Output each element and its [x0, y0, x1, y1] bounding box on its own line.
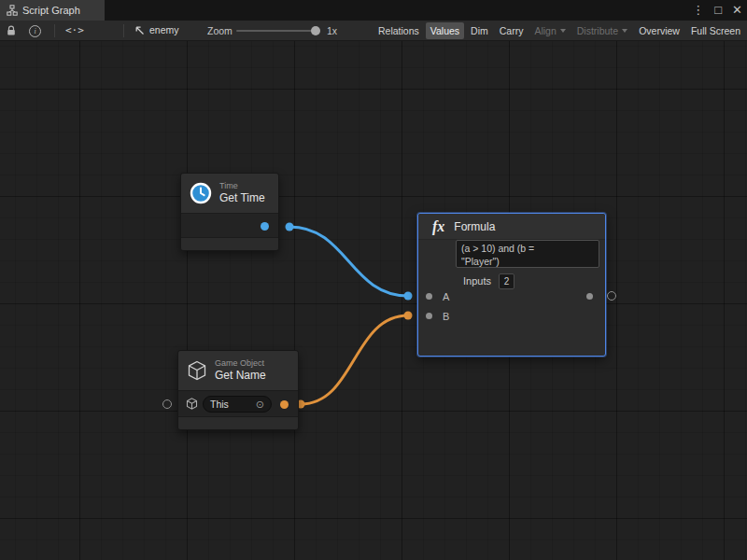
button-label: Align — [534, 25, 556, 36]
graph-name-label: enemy — [149, 24, 179, 35]
distribute-button[interactable]: Distribute — [572, 22, 632, 39]
zoom-label: Zoom — [207, 25, 233, 36]
output-port-time[interactable] — [261, 222, 269, 231]
node-formula[interactable]: fx Formula (a > 10) and (b = "Player") I… — [417, 213, 606, 357]
window-titlebar: Script Graph ⋮ □ ✕ — [0, 0, 747, 21]
overview-button[interactable]: Overview — [634, 22, 684, 39]
inputs-count-field[interactable]: 2 — [499, 273, 514, 289]
graph-canvas[interactable]: Time Get Time Game Object Get Name — [0, 41, 747, 560]
align-button[interactable]: Align — [529, 22, 570, 39]
game-object-cube-icon — [187, 360, 207, 381]
graph-pointer-icon — [134, 24, 145, 35]
button-label: Distribute — [577, 25, 618, 36]
button-label: Carry — [500, 25, 524, 36]
node-footer — [178, 417, 298, 429]
expression-input[interactable]: (a > 10) and (b = "Player") — [456, 240, 599, 268]
dropdown-caret-icon — [560, 29, 566, 33]
wire-endpoint-dot — [404, 312, 413, 320]
zoom-slider[interactable] — [236, 30, 320, 32]
close-icon[interactable]: ✕ — [732, 0, 742, 21]
node-header[interactable]: Time Get Time — [181, 174, 278, 214]
output-port-name[interactable] — [280, 400, 289, 409]
input-port-ring[interactable] — [162, 399, 172, 409]
node-title: Get Time — [219, 191, 265, 205]
lock-icon[interactable] — [6, 25, 17, 36]
node-footer — [181, 238, 278, 250]
zoom-value: 1x — [327, 25, 337, 36]
zoom-slider-thumb[interactable] — [311, 26, 320, 35]
toolbar-buttons: Relations Values Dim Carry Align Distrib… — [347, 21, 745, 41]
port-label-b: B — [443, 311, 449, 322]
wire-endpoint-dot — [404, 292, 413, 301]
clock-icon — [190, 182, 212, 204]
port-row — [181, 214, 278, 238]
graph-toolbar: i <·> enemy Zoom 1x Relations Values Dim… — [0, 21, 747, 41]
relations-button[interactable]: Relations — [374, 22, 424, 39]
target-object-value: This — [210, 399, 229, 410]
window-menu-icon[interactable]: ⋮ — [692, 0, 704, 21]
output-port-ring[interactable] — [607, 291, 616, 301]
target-object-field[interactable]: This ⊙ — [203, 396, 272, 413]
formula-fx-icon: fx — [432, 218, 444, 235]
code-preview-icon[interactable]: <·> — [65, 24, 84, 36]
node-category: Time — [219, 181, 265, 191]
node-category: Game Object — [215, 358, 266, 369]
button-label: Values — [430, 25, 459, 36]
carry-button[interactable]: Carry — [495, 22, 529, 39]
wire-getname-to-formula-b[interactable] — [301, 315, 408, 404]
toolbar-divider — [54, 24, 55, 37]
wires-layer — [0, 41, 747, 560]
wire-gettime-to-formula-a[interactable] — [289, 227, 408, 296]
info-icon[interactable]: i — [29, 25, 41, 37]
full-screen-button[interactable]: Full Screen — [686, 22, 745, 39]
button-label: Dim — [471, 25, 488, 36]
node-title: Formula — [454, 220, 495, 233]
info-glyph: i — [34, 27, 35, 35]
maximize-icon[interactable]: □ — [714, 0, 722, 21]
expression-line: "Player") — [461, 255, 594, 268]
values-button[interactable]: Values — [426, 22, 464, 39]
port-label-a: A — [443, 291, 449, 302]
node-get-time[interactable]: Time Get Time — [180, 173, 279, 251]
button-label: Full Screen — [691, 25, 740, 36]
graph-breadcrumb[interactable]: enemy — [134, 24, 179, 35]
node-get-name[interactable]: Game Object Get Name This ⊙ — [177, 350, 299, 430]
node-header[interactable]: Game Object Get Name — [178, 351, 298, 391]
input-port-b[interactable] — [426, 313, 432, 319]
input-port-a[interactable] — [426, 293, 432, 300]
tab-script-graph[interactable]: Script Graph — [0, 0, 105, 21]
output-port-result[interactable] — [586, 293, 593, 300]
node-header[interactable]: fx Formula — [418, 214, 605, 240]
mini-cube-icon — [186, 398, 198, 410]
port-row: This ⊙ — [178, 391, 298, 417]
dim-button[interactable]: Dim — [466, 22, 493, 39]
tab-title: Script Graph — [22, 5, 80, 16]
window-controls: ⋮ □ ✕ — [692, 0, 742, 21]
script-graph-icon — [7, 5, 18, 16]
expression-line: (a > 10) and (b = — [461, 242, 594, 255]
button-label: Relations — [378, 25, 419, 36]
object-picker-icon[interactable]: ⊙ — [256, 399, 264, 410]
toolbar-divider — [123, 24, 124, 37]
wire-endpoint-dot — [286, 223, 294, 231]
button-label: Overview — [639, 25, 680, 36]
inputs-label: Inputs — [463, 275, 491, 287]
node-title: Get Name — [215, 369, 266, 383]
dropdown-caret-icon — [622, 29, 627, 33]
